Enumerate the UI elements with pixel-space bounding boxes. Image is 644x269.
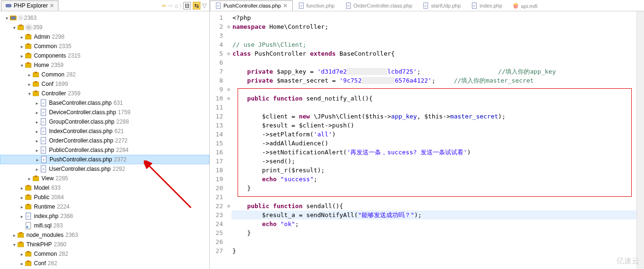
tree-item-common[interactable]: ▸Common282: [0, 70, 209, 79]
tree-item--[interactable]: ▾>2363: [0, 13, 209, 23]
tree-item-pushcontroller-class-php[interactable]: ▸PPushController.class.php2372: [0, 155, 209, 164]
code-area[interactable]: <?phpnamespace Home\Controller;// use JP…: [231, 11, 636, 269]
editor-tab-function-php[interactable]: Pfunction.php: [293, 0, 340, 11]
fold-marker[interactable]: ⊖: [226, 94, 231, 103]
code-line-4[interactable]: // use JPush\Client;: [232, 40, 636, 49]
code-line-22[interactable]: public function sendall(){: [232, 202, 636, 210]
collapse-icon[interactable]: ⊟: [183, 2, 191, 9]
code-line-15[interactable]: ->addAllAudience(): [232, 139, 636, 148]
expand-arrow-icon[interactable]: ▸: [34, 157, 40, 162]
code-line-7[interactable]: private $app_key = 'd31d7e2xxxxxxxxxxxlc…: [232, 67, 636, 76]
code-line-3[interactable]: [232, 31, 636, 40]
expand-arrow-icon[interactable]: ▸: [34, 119, 40, 125]
code-line-8[interactable]: private $master_secret = '9c752xxxxxxxxx…: [232, 76, 636, 85]
tree-item-groupcontroller-class-php[interactable]: ▸PGroupController.class.php2288: [0, 117, 209, 126]
code-line-21[interactable]: [232, 193, 636, 202]
code-line-13[interactable]: $result = $client->push(): [232, 121, 636, 130]
expand-arrow-icon[interactable]: ▸: [11, 233, 17, 238]
code-line-18[interactable]: print_r($result);: [232, 166, 636, 175]
expand-arrow-icon[interactable]: ▸: [19, 53, 25, 59]
tree-item-publiccontroller-class-php[interactable]: ▸PPublicController.class.php2284: [0, 145, 209, 155]
tree-item-common[interactable]: ▸Common282: [0, 249, 209, 259]
expand-arrow-icon[interactable]: ▸: [19, 204, 25, 210]
file-tree[interactable]: ▾>2363▾m359▸Admin2298▸Common2335▸Compone…: [0, 11, 209, 269]
tree-item-components[interactable]: ▸Components2315: [0, 51, 209, 60]
code-line-10[interactable]: public function send_notify_all(){: [232, 94, 636, 103]
expand-arrow-icon[interactable]: ▸: [34, 101, 40, 106]
tree-item-mifi-sql[interactable]: mifi.sql283: [0, 221, 209, 230]
tree-item-home[interactable]: ▾Home2359: [0, 60, 209, 70]
editor-tab-pushcontroller-class-php[interactable]: PPushController.class.php✕: [210, 0, 293, 11]
code-line-25[interactable]: }: [232, 228, 636, 237]
fold-marker[interactable]: ⊖: [226, 49, 231, 58]
code-line-16[interactable]: ->setNotificationAlert('再发送一条，success? 发…: [232, 148, 636, 157]
expand-arrow-icon[interactable]: ▸: [19, 195, 25, 200]
expand-arrow-icon[interactable]: ▸: [26, 72, 32, 77]
vertical-scrollbar[interactable]: [636, 11, 644, 269]
expand-arrow-icon[interactable]: ▸: [19, 252, 25, 257]
back-icon[interactable]: ⇦: [162, 2, 166, 9]
code-line-14[interactable]: ->setPlatform('all'): [232, 130, 636, 139]
menu-icon[interactable]: ▽: [202, 2, 206, 9]
explorer-tab[interactable]: PHP Explorer ✕: [1, 0, 58, 11]
expand-arrow-icon[interactable]: ▸: [19, 214, 25, 219]
code-line-17[interactable]: ->send();: [232, 157, 636, 166]
code-line-2[interactable]: namespace Home\Controller;: [232, 22, 636, 31]
code-line-24[interactable]: echo "ok";: [232, 219, 636, 228]
expand-arrow-icon[interactable]: ▸: [34, 138, 40, 143]
tree-item-usercontroller-class-php[interactable]: ▸PUserController.class.php2292: [0, 164, 209, 174]
expand-arrow-icon[interactable]: ▸: [34, 148, 40, 153]
expand-arrow-icon[interactable]: ▾: [26, 91, 32, 96]
fold-marker[interactable]: ⊖: [226, 85, 231, 94]
expand-arrow-icon[interactable]: ▸: [19, 34, 25, 40]
code-line-6[interactable]: [232, 58, 636, 67]
tree-item-public[interactable]: ▸Public2084: [0, 193, 209, 202]
code-line-11[interactable]: [232, 103, 636, 112]
code-line-20[interactable]: }: [232, 184, 636, 193]
expand-arrow-icon[interactable]: ▾: [19, 63, 25, 68]
code-line-26[interactable]: [232, 237, 636, 246]
expand-arrow-icon[interactable]: ▸: [19, 185, 25, 191]
code-line-1[interactable]: <?php: [232, 13, 636, 22]
tree-item-index-php[interactable]: ▸Pindex.php2368: [0, 211, 209, 221]
expand-arrow-icon[interactable]: ▸: [19, 261, 25, 266]
expand-arrow-icon[interactable]: ▸: [26, 176, 32, 181]
code-line-9[interactable]: [232, 85, 636, 94]
tree-item-runtime[interactable]: ▸Runtime2224: [0, 202, 209, 211]
tree-item-m[interactable]: ▾m359: [0, 23, 209, 32]
tree-item-view[interactable]: ▸View2285: [0, 174, 209, 183]
tree-item-indexcontroller-class-php[interactable]: ▸PIndexController.class.php621: [0, 126, 209, 136]
tree-item-conf[interactable]: ▸Conf1699: [0, 79, 209, 89]
tree-item-admin[interactable]: ▸Admin2298: [0, 32, 209, 42]
tree-item-model[interactable]: ▸Model633: [0, 183, 209, 193]
close-icon[interactable]: ✕: [283, 2, 288, 9]
code-line-12[interactable]: $client = new \JPush\Client($this->app_k…: [232, 112, 636, 121]
tree-item-controller[interactable]: ▾Controller2359: [0, 89, 209, 98]
fold-marker[interactable]: ⊖: [226, 22, 231, 31]
expand-arrow-icon[interactable]: ▸: [34, 129, 40, 134]
expand-arrow-icon[interactable]: ▸: [19, 44, 25, 49]
code-line-5[interactable]: class PushController extends BaseControl…: [232, 49, 636, 58]
tree-item-conf[interactable]: ▸Conf282: [0, 259, 209, 268]
tree-item-node-modules[interactable]: ▸node_modules2363: [0, 230, 209, 240]
expand-arrow-icon[interactable]: ▸: [34, 167, 40, 172]
forward-icon[interactable]: ⇨: [168, 2, 173, 9]
editor-tab-api-mifi[interactable]: 🍿api.mifi: [507, 1, 543, 11]
code-line-27[interactable]: }: [232, 246, 636, 255]
fold-marker[interactable]: ⊖: [226, 202, 231, 210]
code-editor[interactable]: 1234567891011121314151617181920212223242…: [210, 11, 644, 269]
expand-arrow-icon[interactable]: ▸: [26, 82, 32, 87]
home-icon[interactable]: ⌂: [175, 2, 178, 9]
tree-item-thinkphp[interactable]: ▾ThinkPHP2360: [0, 240, 209, 249]
tree-item-devicecontroller-class-php[interactable]: ▸PDeviceController.class.php1759: [0, 108, 209, 117]
editor-tab-index-php[interactable]: Pindex.php: [466, 0, 507, 11]
expand-arrow-icon[interactable]: ▾: [11, 25, 17, 30]
close-icon[interactable]: ✕: [50, 2, 54, 9]
editor-tab-ordercontroller-class-php[interactable]: POrderController.class.php: [340, 0, 418, 11]
tree-item-basecontroller-class-php[interactable]: ▸PBaseController.class.php631: [0, 98, 209, 108]
expand-arrow-icon[interactable]: ▾: [11, 242, 17, 247]
tree-item-ordercontroller-class-php[interactable]: ▸POrderController.class.php2272: [0, 136, 209, 145]
link-icon[interactable]: ⇆: [193, 2, 200, 9]
expand-arrow-icon[interactable]: ▸: [34, 110, 40, 115]
code-line-19[interactable]: echo "success";: [232, 175, 636, 184]
